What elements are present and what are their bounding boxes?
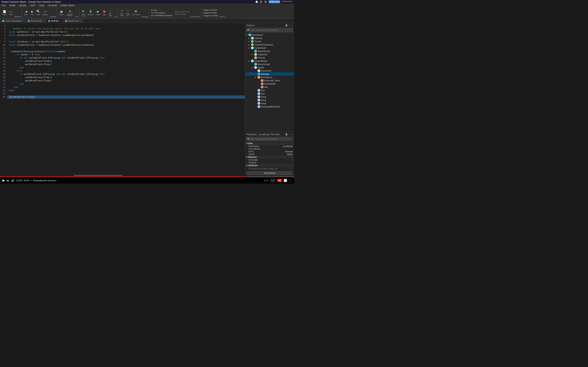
tree-item-spider-morph[interactable]: ▾ SpiderMorph bbox=[245, 59, 294, 63]
step-into-button[interactable]: ↓ IntoStep bbox=[108, 9, 113, 17]
copy-button[interactable]: Copy bbox=[8, 13, 13, 16]
data-section-header[interactable]: ▾ Data bbox=[245, 142, 294, 145]
tree-item-prompt[interactable]: ▸ Prompt bbox=[245, 56, 294, 59]
next-button[interactable]: ⏭ bbox=[7, 179, 9, 182]
cut-button[interactable]: Cut bbox=[8, 10, 13, 13]
explorer-search-bar[interactable]: 🔍 bbox=[246, 28, 293, 33]
stop-button[interactable]: ⏹ Stop bbox=[102, 10, 107, 16]
menu-home[interactable]: HOME bbox=[9, 4, 16, 7]
theater-button[interactable]: ⬜ bbox=[284, 179, 287, 182]
tree-item-fang-1[interactable]: ▸ Fang bbox=[245, 95, 294, 99]
add-attribute-button[interactable]: Add Attribute bbox=[247, 171, 292, 175]
tree-item-automatic-save[interactable]: ▸ Automatic Save bbox=[245, 79, 294, 82]
back-button[interactable]: ◀ Back bbox=[23, 10, 29, 16]
pause-button[interactable]: ⏸ Resume bbox=[87, 10, 95, 16]
line-4 bbox=[9, 24, 243, 27]
tree-item-fang-2[interactable]: ▸ Fang bbox=[245, 99, 294, 102]
whats-new-button[interactable]: What's New bbox=[269, 0, 280, 3]
find-button[interactable]: 🔍 Find bbox=[35, 10, 41, 16]
info-icon[interactable]: ℹ bbox=[264, 0, 267, 3]
tree-item-head[interactable]: ▸ Head bbox=[245, 102, 294, 105]
properties-lock-icon[interactable]: 🔒 bbox=[285, 133, 288, 136]
properties-expand-icon[interactable]: ⤢ bbox=[289, 133, 291, 136]
tree-item-eye-2[interactable]: ▸ Eye bbox=[245, 92, 294, 95]
play-here-button[interactable]: ▶ PlayHere bbox=[81, 9, 86, 17]
menu-plugins[interactable]: PLUGINS bbox=[47, 4, 58, 7]
tab-morph-script-1[interactable]: MorphScript ✕ bbox=[26, 19, 46, 23]
step-out-button[interactable]: ↑ StepOut bbox=[125, 9, 131, 17]
clock-icon[interactable]: 🕐 bbox=[255, 0, 258, 3]
tree-item-humanoid-root-part[interactable]: ▸ HumanoidRootPart bbox=[245, 105, 294, 108]
menu-view[interactable]: VIEW bbox=[38, 4, 45, 7]
never-option[interactable]: ● Never bbox=[151, 9, 173, 11]
scrollbar-thumb[interactable] bbox=[73, 175, 122, 176]
menu-model[interactable]: MODEL bbox=[18, 4, 27, 7]
hd-button[interactable]: HD bbox=[277, 179, 282, 182]
step-over-button[interactable]: ↗ StepOver bbox=[119, 9, 125, 17]
format-selection-button[interactable]: ⇌ Format Selection... bbox=[65, 9, 75, 17]
behavior-section-header[interactable]: ▾ Behavior bbox=[245, 156, 294, 159]
close-code-button[interactable]: CloseCode ▾ bbox=[282, 0, 292, 3]
tree-item-cube-morph-script[interactable]: ▸ MorphScript bbox=[245, 50, 294, 53]
explorer-close-icon[interactable]: ✕ bbox=[291, 24, 293, 26]
code-editor[interactable]: 4 5 6 7 8 9 10 11 12 13 14 15 16 17 bbox=[0, 23, 245, 176]
tree-item-spider-walk[interactable]: ▸ SpiderWalk bbox=[245, 82, 294, 85]
step-over-icon: ↗ bbox=[121, 9, 123, 13]
replace-button[interactable]: ↩ Replace bbox=[42, 10, 49, 16]
behavior-section-arrow: ▾ bbox=[246, 156, 247, 158]
tree-item-workspace[interactable]: ▾ Workspace bbox=[245, 33, 294, 36]
on-all-option[interactable]: On All Exceptions bbox=[151, 12, 173, 14]
tree-item-eye-1[interactable]: ▸ Eye bbox=[245, 89, 294, 92]
properties-search-input[interactable] bbox=[251, 138, 292, 140]
play-pause-button[interactable]: ▶ bbox=[2, 178, 5, 182]
tree-item-cube-morph[interactable]: ▾ CubeMorph bbox=[245, 46, 294, 50]
menu-file[interactable]: FILE bbox=[1, 4, 6, 7]
chapter-label: Repeating the process bbox=[33, 179, 56, 182]
tree-item-anim-saves[interactable]: ▾ AnimSaves bbox=[245, 76, 294, 79]
line-25 bbox=[9, 92, 243, 95]
attributes-section-header[interactable]: ▾ Attributes bbox=[245, 164, 294, 167]
expand-all-folds-button[interactable]: Expand All Folds bbox=[203, 12, 218, 14]
cc-button[interactable]: CC bbox=[270, 179, 276, 182]
menu-test[interactable]: TEST bbox=[30, 4, 36, 7]
progress-bar[interactable] bbox=[0, 176, 294, 177]
tree-item-idle[interactable]: ▸ Idle bbox=[245, 85, 294, 89]
tree-item-camera[interactable]: ▸ Camera bbox=[245, 36, 294, 40]
resume-button[interactable]: ▶ Pause bbox=[95, 10, 101, 16]
add-watch-button[interactable]: 👁 Add Watch bbox=[131, 10, 141, 16]
on-unhandled-option[interactable]: On Unhandled Exceptions bbox=[151, 14, 173, 17]
properties-search-bar[interactable]: 🔍 bbox=[246, 137, 293, 141]
tree-item-cubeman[interactable]: ▸ Cubeman bbox=[245, 53, 294, 56]
properties-close-icon[interactable]: ✕ bbox=[291, 133, 293, 136]
paste-button[interactable]: 📋 Paste bbox=[2, 10, 7, 16]
explorer-lock-icon[interactable]: 🔒 bbox=[285, 24, 288, 26]
tab-morph-script-2-close[interactable]: ✕ bbox=[80, 20, 81, 22]
select-icon: ▦ bbox=[61, 10, 62, 13]
toggle-comment-button[interactable]: Toggle Comment bbox=[203, 9, 218, 11]
tab-morph-script-1-close[interactable]: ✕ bbox=[43, 20, 44, 22]
reload-script-button[interactable]: Reload Script bbox=[175, 13, 190, 15]
tab-classic-baseplate-close[interactable]: ✕ bbox=[22, 20, 24, 22]
tab-classic-baseplate[interactable]: Classic Baseplate ✕ bbox=[0, 19, 26, 23]
autoplay-button[interactable]: ⏵⏵ bbox=[264, 179, 269, 182]
tree-item-humanoid[interactable]: ▸ Humanoid bbox=[245, 69, 294, 72]
volume-button[interactable]: 🔊 bbox=[11, 179, 15, 182]
share-icon[interactable]: ⬆ bbox=[260, 0, 263, 3]
tab-morph-script-2[interactable]: MorphScript ✕ bbox=[63, 19, 83, 23]
forward-button[interactable]: ▶ Fwd bbox=[29, 10, 35, 16]
explorer-expand-icon[interactable]: ⤢ bbox=[289, 24, 291, 26]
tree-item-animate[interactable]: ▸ Animate bbox=[245, 72, 294, 76]
tree-item-spider-morph-script[interactable]: ▸ MorphScript bbox=[245, 63, 294, 66]
tab-animate-close[interactable]: ✕ bbox=[60, 20, 61, 22]
explorer-search-input[interactable] bbox=[251, 29, 292, 31]
tree-item-spider[interactable]: ▾ Spider bbox=[245, 66, 294, 69]
collapse-all-folds-button[interactable]: Collapse All Folds bbox=[203, 15, 218, 17]
tree-item-terrain[interactable]: ▸ Terrain bbox=[245, 40, 294, 43]
menu-script-menu[interactable]: SCRIPT MENU bbox=[60, 4, 75, 7]
fullscreen-button[interactable]: ⛶ bbox=[289, 179, 292, 182]
tab-animate[interactable]: Animate ✕ bbox=[46, 19, 63, 23]
get-to-script-error-button[interactable]: Get to Script Error bbox=[175, 11, 190, 13]
select-button[interactable]: ▦ Select bbox=[58, 10, 65, 16]
tree-item-custom-characters[interactable]: ▸ CustomCharacters bbox=[245, 43, 294, 46]
horizontal-scrollbar[interactable] bbox=[0, 175, 245, 176]
